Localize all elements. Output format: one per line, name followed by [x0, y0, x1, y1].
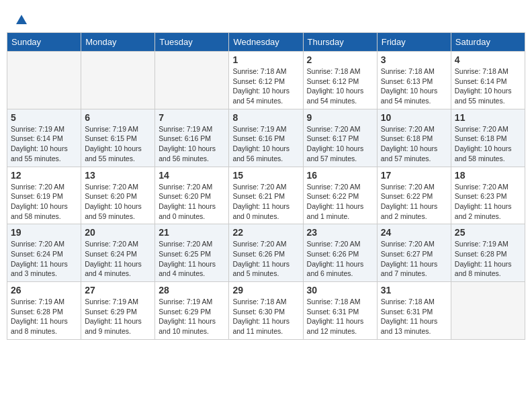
- logo-icon: [15, 13, 28, 26]
- day-number: 18: [455, 170, 521, 181]
- weekday-header-saturday: Saturday: [451, 33, 525, 52]
- logo: [13, 13, 28, 26]
- day-number: 13: [85, 170, 151, 181]
- header: [7, 7, 525, 29]
- calendar-cell: 25Sunrise: 7:19 AM Sunset: 6:28 PM Dayli…: [451, 224, 525, 282]
- calendar-cell: 23Sunrise: 7:20 AM Sunset: 6:26 PM Dayli…: [303, 224, 377, 282]
- calendar-cell: [7, 52, 81, 109]
- day-number: 31: [381, 285, 447, 295]
- week-row-3: 12Sunrise: 7:20 AM Sunset: 6:19 PM Dayli…: [7, 167, 525, 224]
- day-info: Sunrise: 7:20 AM Sunset: 6:24 PM Dayligh…: [85, 239, 151, 279]
- calendar-cell: 19Sunrise: 7:20 AM Sunset: 6:24 PM Dayli…: [7, 224, 81, 282]
- day-number: 26: [11, 285, 77, 295]
- calendar-cell: 7Sunrise: 7:19 AM Sunset: 6:16 PM Daylig…: [155, 109, 229, 167]
- day-info: Sunrise: 7:18 AM Sunset: 6:31 PM Dayligh…: [381, 297, 447, 336]
- day-number: 28: [159, 285, 225, 295]
- calendar-cell: 26Sunrise: 7:19 AM Sunset: 6:28 PM Dayli…: [7, 282, 81, 340]
- weekday-header-friday: Friday: [377, 33, 451, 52]
- calendar-cell: 29Sunrise: 7:18 AM Sunset: 6:30 PM Dayli…: [229, 282, 303, 340]
- day-info: Sunrise: 7:20 AM Sunset: 6:19 PM Dayligh…: [11, 182, 77, 222]
- calendar-cell: 12Sunrise: 7:20 AM Sunset: 6:19 PM Dayli…: [7, 167, 81, 224]
- svg-marker-0: [16, 15, 27, 24]
- day-info: Sunrise: 7:19 AM Sunset: 6:28 PM Dayligh…: [455, 239, 521, 279]
- day-info: Sunrise: 7:18 AM Sunset: 6:30 PM Dayligh…: [232, 297, 299, 336]
- day-number: 4: [455, 54, 521, 65]
- day-number: 6: [85, 112, 151, 123]
- day-number: 20: [85, 227, 151, 238]
- calendar-cell: 4Sunrise: 7:18 AM Sunset: 6:14 PM Daylig…: [451, 52, 525, 109]
- calendar-cell: 30Sunrise: 7:18 AM Sunset: 6:31 PM Dayli…: [303, 282, 377, 340]
- day-info: Sunrise: 7:18 AM Sunset: 6:12 PM Dayligh…: [307, 66, 373, 106]
- weekday-header-sunday: Sunday: [7, 33, 81, 52]
- weekday-header-row: SundayMondayTuesdayWednesdayThursdayFrid…: [7, 33, 525, 52]
- day-number: 10: [381, 112, 447, 123]
- calendar-cell: [81, 52, 155, 109]
- calendar-cell: 8Sunrise: 7:19 AM Sunset: 6:16 PM Daylig…: [229, 109, 303, 167]
- day-info: Sunrise: 7:18 AM Sunset: 6:14 PM Dayligh…: [455, 66, 521, 106]
- day-info: Sunrise: 7:18 AM Sunset: 6:13 PM Dayligh…: [381, 66, 447, 106]
- calendar-cell: 31Sunrise: 7:18 AM Sunset: 6:31 PM Dayli…: [377, 282, 451, 340]
- calendar-cell: [155, 52, 229, 109]
- weekday-header-thursday: Thursday: [303, 33, 377, 52]
- day-number: 12: [11, 170, 77, 181]
- calendar-cell: 2Sunrise: 7:18 AM Sunset: 6:12 PM Daylig…: [303, 52, 377, 109]
- day-number: 30: [307, 285, 373, 295]
- calendar-cell: 28Sunrise: 7:19 AM Sunset: 6:29 PM Dayli…: [155, 282, 229, 340]
- day-info: Sunrise: 7:20 AM Sunset: 6:26 PM Dayligh…: [307, 239, 373, 279]
- calendar-cell: 10Sunrise: 7:20 AM Sunset: 6:18 PM Dayli…: [377, 109, 451, 167]
- calendar-cell: 1Sunrise: 7:18 AM Sunset: 6:12 PM Daylig…: [229, 52, 303, 109]
- day-info: Sunrise: 7:20 AM Sunset: 6:20 PM Dayligh…: [159, 182, 225, 222]
- day-info: Sunrise: 7:20 AM Sunset: 6:17 PM Dayligh…: [307, 124, 373, 164]
- day-number: 16: [307, 170, 373, 181]
- calendar-cell: 13Sunrise: 7:20 AM Sunset: 6:20 PM Dayli…: [81, 167, 155, 224]
- day-info: Sunrise: 7:20 AM Sunset: 6:25 PM Dayligh…: [159, 239, 225, 279]
- calendar-cell: 22Sunrise: 7:20 AM Sunset: 6:26 PM Dayli…: [229, 224, 303, 282]
- day-info: Sunrise: 7:19 AM Sunset: 6:16 PM Dayligh…: [232, 124, 299, 164]
- calendar-cell: 9Sunrise: 7:20 AM Sunset: 6:17 PM Daylig…: [303, 109, 377, 167]
- day-info: Sunrise: 7:20 AM Sunset: 6:22 PM Dayligh…: [307, 182, 373, 222]
- week-row-5: 26Sunrise: 7:19 AM Sunset: 6:28 PM Dayli…: [7, 282, 525, 340]
- weekday-header-wednesday: Wednesday: [229, 33, 303, 52]
- calendar-cell: 15Sunrise: 7:20 AM Sunset: 6:21 PM Dayli…: [229, 167, 303, 224]
- calendar-cell: 27Sunrise: 7:19 AM Sunset: 6:29 PM Dayli…: [81, 282, 155, 340]
- day-number: 8: [232, 112, 299, 123]
- calendar-cell: 5Sunrise: 7:19 AM Sunset: 6:14 PM Daylig…: [7, 109, 81, 167]
- day-number: 22: [232, 227, 299, 238]
- day-info: Sunrise: 7:20 AM Sunset: 6:23 PM Dayligh…: [455, 182, 521, 222]
- calendar-cell: [451, 282, 525, 340]
- day-number: 5: [11, 112, 77, 123]
- day-info: Sunrise: 7:19 AM Sunset: 6:14 PM Dayligh…: [11, 124, 77, 164]
- day-info: Sunrise: 7:19 AM Sunset: 6:29 PM Dayligh…: [85, 297, 151, 336]
- week-row-1: 1Sunrise: 7:18 AM Sunset: 6:12 PM Daylig…: [7, 52, 525, 109]
- day-info: Sunrise: 7:20 AM Sunset: 6:20 PM Dayligh…: [85, 182, 151, 222]
- day-info: Sunrise: 7:18 AM Sunset: 6:12 PM Dayligh…: [232, 66, 299, 106]
- day-number: 25: [455, 227, 521, 238]
- day-info: Sunrise: 7:19 AM Sunset: 6:16 PM Dayligh…: [159, 124, 225, 164]
- calendar-cell: 11Sunrise: 7:20 AM Sunset: 6:18 PM Dayli…: [451, 109, 525, 167]
- day-number: 24: [381, 227, 447, 238]
- day-number: 15: [232, 170, 299, 181]
- day-info: Sunrise: 7:18 AM Sunset: 6:31 PM Dayligh…: [307, 297, 373, 336]
- day-info: Sunrise: 7:20 AM Sunset: 6:18 PM Dayligh…: [381, 124, 447, 164]
- day-number: 2: [307, 54, 373, 65]
- day-number: 11: [455, 112, 521, 123]
- day-info: Sunrise: 7:20 AM Sunset: 6:26 PM Dayligh…: [232, 239, 299, 279]
- calendar-cell: 18Sunrise: 7:20 AM Sunset: 6:23 PM Dayli…: [451, 167, 525, 224]
- day-info: Sunrise: 7:19 AM Sunset: 6:29 PM Dayligh…: [159, 297, 225, 336]
- day-info: Sunrise: 7:19 AM Sunset: 6:28 PM Dayligh…: [11, 297, 77, 336]
- day-number: 7: [159, 112, 225, 123]
- week-row-4: 19Sunrise: 7:20 AM Sunset: 6:24 PM Dayli…: [7, 224, 525, 282]
- day-number: 3: [381, 54, 447, 65]
- calendar-cell: 17Sunrise: 7:20 AM Sunset: 6:22 PM Dayli…: [377, 167, 451, 224]
- day-info: Sunrise: 7:20 AM Sunset: 6:22 PM Dayligh…: [381, 182, 447, 222]
- day-info: Sunrise: 7:20 AM Sunset: 6:24 PM Dayligh…: [11, 239, 77, 279]
- day-number: 14: [159, 170, 225, 181]
- day-info: Sunrise: 7:20 AM Sunset: 6:21 PM Dayligh…: [232, 182, 299, 222]
- calendar-cell: 24Sunrise: 7:20 AM Sunset: 6:27 PM Dayli…: [377, 224, 451, 282]
- calendar-cell: 14Sunrise: 7:20 AM Sunset: 6:20 PM Dayli…: [155, 167, 229, 224]
- day-number: 27: [85, 285, 151, 295]
- calendar-cell: 16Sunrise: 7:20 AM Sunset: 6:22 PM Dayli…: [303, 167, 377, 224]
- day-number: 1: [232, 54, 299, 65]
- day-info: Sunrise: 7:20 AM Sunset: 6:18 PM Dayligh…: [455, 124, 521, 164]
- day-number: 9: [307, 112, 373, 123]
